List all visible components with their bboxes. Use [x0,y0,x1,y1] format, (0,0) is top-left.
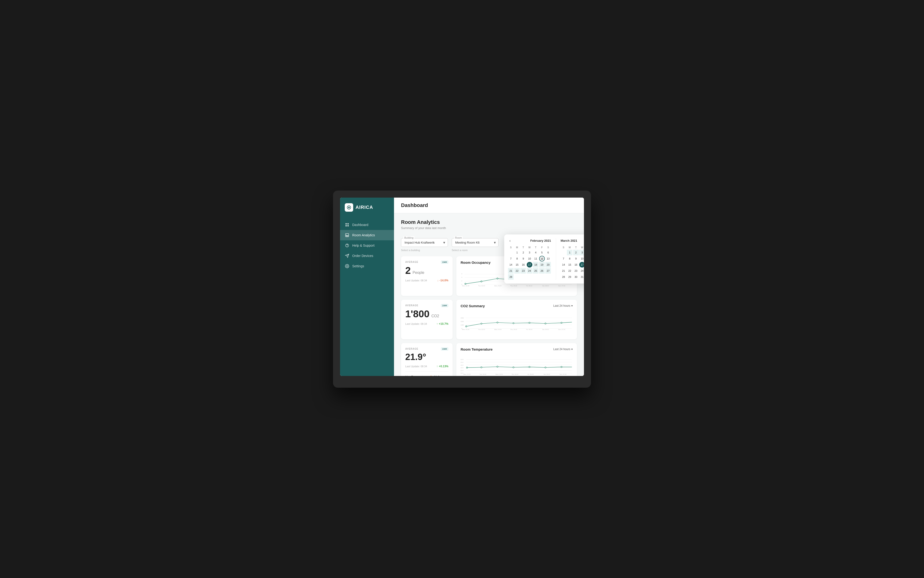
mar-day-29[interactable]: 29 [567,274,573,280]
feb-day-7[interactable]: 7 [508,256,514,261]
svg-point-50 [545,323,546,324]
feb-day-23[interactable]: 23 [520,268,526,274]
feb-dow-f: F [539,246,545,249]
mar-day-24[interactable]: 24 [579,268,584,274]
feb-day-27[interactable]: 27 [545,268,551,274]
feb-day-4[interactable]: 4 [533,250,539,255]
temp-chart-header: Room Temperature Last 24 hours ▾ [461,347,573,351]
grid-icon [345,222,350,227]
svg-text:Wed, 03.02: Wed, 03.02 [494,285,502,286]
sidebar-item-dashboard[interactable]: Dashboard [340,220,394,230]
svg-point-77 [561,366,562,367]
mar-day-2[interactable]: 2 [573,250,579,255]
co2-footer: Last Update: 08:34 +10.7% [405,322,448,325]
mar-day-30[interactable]: 30 [573,274,579,280]
feb-day-11[interactable]: 11 [533,256,539,261]
svg-text:23.0: 23.0 [461,361,464,363]
sidebar-item-room-analytics[interactable]: Room Analytics [340,230,394,240]
mar-day-9[interactable]: 9 [573,256,579,261]
temperature-row: AVERAGE 24H 21.9° Last Update: 08:34 +0.… [401,343,577,376]
svg-point-47 [497,322,498,323]
svg-point-23 [465,283,466,284]
mar-day-8[interactable]: 8 [567,256,573,261]
feb-day-15[interactable]: 15 [514,262,520,268]
mar-day-10[interactable]: 10 [579,256,584,261]
mar-day-3[interactable]: 3 [579,250,584,255]
feb-day-14[interactable]: 14 [508,262,514,268]
co2-stat-card: AVERAGE 24H 1'800 CO2 Last Update: 08:34… [401,300,453,339]
sidebar-item-settings[interactable]: Settings [340,261,394,271]
feb-day-5[interactable]: 5 [539,250,545,255]
room-select-wrapper[interactable]: Meeting Room K6 [451,238,498,247]
feb-day-10[interactable]: 10 [527,256,532,261]
chevron-down-temp-icon: ▾ [571,347,573,351]
mar-header: March 2021 › [561,238,584,244]
page-header: Dashboard [394,198,584,213]
temp-badge: 24H [441,347,448,351]
building-hint: Select a building [401,249,448,252]
co2-unit: CO2 [431,314,439,318]
feb-day-empty1[interactable] [508,250,514,255]
mar-day-7[interactable]: 7 [561,256,566,261]
feb-day-22[interactable]: 22 [514,268,520,274]
svg-point-45 [466,325,467,327]
feb-day-12[interactable]: 12 [539,256,545,261]
mar-day-31[interactable]: 31 [579,274,584,280]
sidebar-room-analytics-label: Room Analytics [352,233,375,237]
feb-day-19[interactable]: 19 [539,262,545,268]
feb-day-13[interactable]: 13 [545,256,551,261]
feb-day-28[interactable]: 28 [508,274,514,280]
feb-day-16[interactable]: 16 [520,262,526,268]
feb-title: February 2021 [530,239,551,242]
mar-day-23[interactable]: 23 [573,268,579,274]
svg-text:Tue, 02.02: Tue, 02.02 [478,328,485,330]
sidebar: AIRICA Dashboard [340,198,394,376]
feb-day-6[interactable]: 6 [545,250,551,255]
mar-day-14[interactable]: 14 [561,262,566,268]
feb-day-18[interactable]: 18 [533,262,539,268]
feb-day-1[interactable]: 1 [514,250,520,255]
cal-prev-button[interactable]: ‹ [508,238,512,244]
svg-text:23.5: 23.5 [461,359,464,360]
feb-day-2[interactable]: 2 [520,250,526,255]
svg-text:3000: 3000 [461,317,464,318]
feb-dow-t: T [520,246,526,249]
svg-point-76 [545,367,546,368]
mar-day-28[interactable]: 28 [561,274,566,280]
sidebar-item-help-support[interactable]: Help & Support [340,240,394,251]
svg-point-46 [481,323,482,324]
temp-time-selector[interactable]: Last 24 hours ▾ [553,347,573,351]
feb-day-25[interactable]: 25 [533,268,539,274]
feb-day-20[interactable]: 20 [545,262,551,268]
temp-chart-title: Room Temperature [461,347,492,351]
mar-day-15[interactable]: 15 [567,262,573,268]
feb-day-24[interactable]: 24 [527,268,532,274]
page-title: Room Analytics [401,219,577,225]
chevron-down-icon: ▾ [571,304,573,307]
feb-header: ‹ February 2021 [508,238,551,244]
feb-day-3[interactable]: 3 [527,250,532,255]
feb-day-17[interactable]: 17 [527,262,532,268]
sidebar-nav: Dashboard Room Analytics [340,217,394,376]
sidebar-help-label: Help & Support [352,244,374,247]
building-select-wrapper[interactable]: Impact Hub Kraftwertk [401,238,448,247]
room-label: Room [454,236,463,239]
co2-time-selector[interactable]: Last 24 hours ▾ [553,304,573,307]
temp-details: Max Temperature: 21.9 Min Temperature: 2… [405,371,448,376]
mar-day-16[interactable]: 16 [573,262,579,268]
mar-day-21[interactable]: 21 [561,268,566,274]
mar-day-1[interactable]: 1 [567,250,573,255]
mar-day-22[interactable]: 22 [567,268,573,274]
feb-day-8[interactable]: 8 [514,256,520,261]
feb-day-21[interactable]: 21 [508,268,514,274]
calendar-march: March 2021 › S M T W T F S [561,238,584,280]
temperature-chart-card: Room Temperature Last 24 hours ▾ 21.0 21… [456,343,577,376]
mar-day-17[interactable]: 17 [579,262,584,268]
feb-day-26[interactable]: 26 [539,268,545,274]
sidebar-item-order-devices[interactable]: Order Devices [340,251,394,261]
svg-text:Thu, 04.02: Thu, 04.02 [510,285,517,286]
building-select[interactable]: Impact Hub Kraftwertk [401,238,448,247]
room-select[interactable]: Meeting Room K6 [451,238,498,247]
feb-day-9[interactable]: 9 [520,256,526,261]
svg-text:4: 4 [461,276,462,278]
